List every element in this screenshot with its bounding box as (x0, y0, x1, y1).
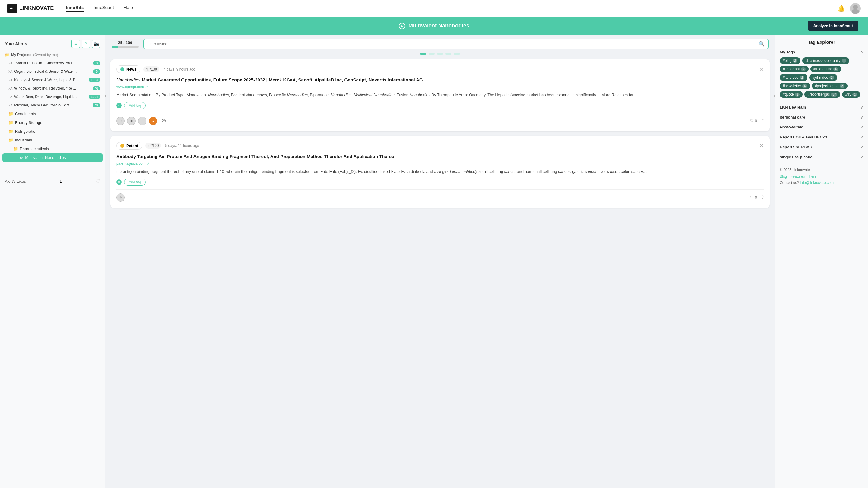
footer-link-tiers[interactable]: Tiers (808, 173, 816, 180)
sidebar-item-1[interactable]: ꞰA Organ, Biomedical & Sensor & Water,..… (0, 67, 105, 76)
filter-search-btn[interactable]: 🔍 (758, 41, 765, 47)
tag-chip-0[interactable]: #blog 3 (780, 57, 801, 64)
svg-point-6 (121, 68, 124, 70)
alert-icon-active: ꞰA (19, 156, 23, 160)
user-avatar[interactable] (850, 3, 861, 14)
tags-grid: #blog 3 #business opportunity 1 #importa… (780, 57, 863, 98)
tag-chip-9[interactable]: #reportsergas 37 (804, 91, 840, 98)
help-btn[interactable]: ? (82, 39, 90, 48)
filter-input[interactable] (147, 39, 756, 49)
svg-text:A: A (401, 24, 403, 28)
footer-avatar-square[interactable]: ▣ (127, 117, 135, 125)
card-close-0[interactable]: ✕ (759, 66, 764, 73)
my-tags-chevron[interactable]: ∧ (860, 50, 863, 54)
tag-chip-7[interactable]: #project sigma 2 (812, 83, 847, 89)
nav-innoscout[interactable]: InnoScout (93, 5, 114, 12)
section-reports-sergas[interactable]: Reports SERGAS ∨ (780, 142, 863, 152)
section-reports-oil[interactable]: Reports Oil & Gas DEC23 ∨ (780, 132, 863, 142)
footer-avatar-circle[interactable]: ⊙ (116, 117, 125, 125)
card-url-1[interactable]: patents.justia.com ↗ (116, 161, 764, 166)
card-title-1: Antibody Targeting Axl Protein And Antig… (116, 153, 764, 160)
nav-help[interactable]: Help (124, 5, 133, 12)
tag-chip-2[interactable]: #important 2 (780, 66, 809, 73)
share-icon-0[interactable]: ⤴ (761, 118, 764, 124)
section-chevron-0: ∨ (860, 105, 863, 110)
contact-email[interactable]: info@linknovate.com (800, 181, 834, 185)
patent-dot (120, 144, 124, 148)
sidebar-item-3[interactable]: ꞰA Window & Recycling, Recycled, "Re ...… (0, 84, 105, 93)
progress-count: 25 / 100 (112, 40, 138, 45)
contact-info: Contact us? info@linknovate.com (780, 180, 863, 186)
sidebar: Your Alerts ≡ ? 📷 📁 My Projects (Owned b… (0, 35, 105, 488)
folder-refrigeration[interactable]: 📁 Refrigeration (0, 127, 105, 136)
my-projects-label: 📁 My Projects (Owned by me) (0, 51, 105, 59)
folder-energy[interactable]: 📁 Energy Storage (0, 118, 105, 127)
folder-icon: 📁 (8, 129, 13, 134)
card-title-0: Nanobodies Market Generated Opportunitie… (116, 77, 764, 83)
analyze-btn[interactable]: Analyze in InnoScout (808, 21, 858, 31)
footer-link-features[interactable]: Features (790, 173, 805, 180)
patent-badge: Patent (116, 142, 142, 150)
main-layout: Your Alerts ≡ ? 📷 📁 My Projects (Owned b… (0, 35, 868, 488)
footer-right-0: ♡ 0 ⤴ (750, 118, 764, 124)
my-tags-header: My Tags ∧ (780, 50, 863, 54)
add-tag-btn-0[interactable]: Add tag (124, 102, 146, 109)
section-single-use-plastic[interactable]: single use plastic ∨ (780, 152, 863, 162)
sidebar-item-5[interactable]: ꞰA Microled, "Micro Led", "Micro Light E… (0, 101, 105, 110)
card-time-1: 5 days, 11 hours ago (165, 144, 199, 148)
section-chevron-4: ∨ (860, 144, 863, 149)
like-area-1[interactable]: ♡ 0 (750, 195, 757, 200)
sidebar-item-0[interactable]: ꞰA "Aronia Prunifolia", Chokeberry, Aron… (0, 59, 105, 67)
nav-right: 🔔 (838, 3, 861, 14)
card-url-0[interactable]: www.openpr.com ↗ (116, 85, 764, 89)
banner: A Multivalent Nanobodies Analyze in Inno… (0, 17, 868, 35)
tag-chip-1[interactable]: #business opportunity 1 (802, 57, 849, 64)
my-tags-label: My Tags (780, 50, 795, 54)
camera-btn[interactable]: 📷 (92, 39, 100, 48)
list-view-btn[interactable]: ≡ (71, 39, 80, 48)
logo-icon: ✦ (7, 4, 17, 13)
logo-text: LINKNOVATE (19, 5, 54, 11)
folder-condiments[interactable]: 📁 Condiments (0, 110, 105, 118)
more-count-0[interactable]: +29 (160, 119, 166, 123)
bell-icon[interactable]: 🔔 (838, 5, 845, 12)
section-personal-care[interactable]: personal care ∨ (780, 112, 863, 122)
card-next-btn[interactable]: › (773, 92, 775, 98)
sidebar-item-4[interactable]: ꞰA Water, Beer, Drink, Beverage, Liquid,… (0, 93, 105, 101)
like-area-0[interactable]: ♡ 0 (750, 118, 757, 123)
footer-link-blog[interactable]: Blog (780, 173, 787, 180)
tag-chip-5[interactable]: #john doe 2 (809, 74, 837, 81)
dot-4 (445, 53, 452, 55)
share-icon-1[interactable]: ⤴ (761, 195, 764, 200)
nav-innobits[interactable]: InnoBits (66, 5, 84, 12)
footer-avatar-patent[interactable]: ⊙ (116, 193, 125, 202)
tag-chip-4[interactable]: #jane doe 2 (780, 74, 807, 81)
tag-icon-1: 🏷 (116, 179, 122, 185)
card-prev-btn[interactable]: ‹ (105, 92, 107, 98)
tag-chip-8[interactable]: #quote 2 (780, 91, 803, 98)
section-lkn[interactable]: LKN DevTeam ∨ (780, 102, 863, 112)
top-navigation: ✦ LINKNOVATE InnoBits InnoScout Help 🔔 (0, 0, 868, 17)
tag-chip-6[interactable]: #newsletter 4 (780, 83, 810, 89)
logo[interactable]: ✦ LINKNOVATE (7, 4, 54, 13)
add-tag-btn-1[interactable]: Add tag (124, 178, 146, 186)
footer-avatar-dash[interactable]: — (138, 117, 147, 125)
section-photovoltaic[interactable]: Photovoltaic ∨ (780, 122, 863, 132)
subfolder-icon: 📁 (13, 147, 18, 151)
news-badge: News (116, 65, 141, 73)
sidebar-item-2[interactable]: ꞰA Kidneys & Sensor & Water, Liquid & P.… (0, 76, 105, 84)
footer-avatar-orange[interactable]: ▲ (149, 117, 157, 125)
card-body-1: the antigen binding fragment thereof of … (116, 169, 764, 175)
tag-chip-10[interactable]: #try 1 (842, 91, 860, 98)
sidebar-multivalent-nanobodies[interactable]: ꞰA Multivalent Nanobodies (2, 153, 103, 162)
svg-point-7 (121, 144, 124, 147)
filter-box[interactable]: 🔍 (144, 39, 769, 49)
folder-industries[interactable]: 📁 Industries (0, 136, 105, 144)
alert-icon-5: ꞰA (8, 104, 12, 107)
card-close-1[interactable]: ✕ (759, 142, 764, 149)
sidebar-pharmaceuticals[interactable]: 📁 Pharmaceuticals (0, 144, 105, 153)
tag-chip-3[interactable]: #interesting 4 (810, 66, 841, 73)
alert-icon-1: ꞰA (8, 70, 12, 73)
heart-icon[interactable]: ♡ (96, 178, 100, 184)
folder-icon: 📁 (8, 112, 13, 116)
